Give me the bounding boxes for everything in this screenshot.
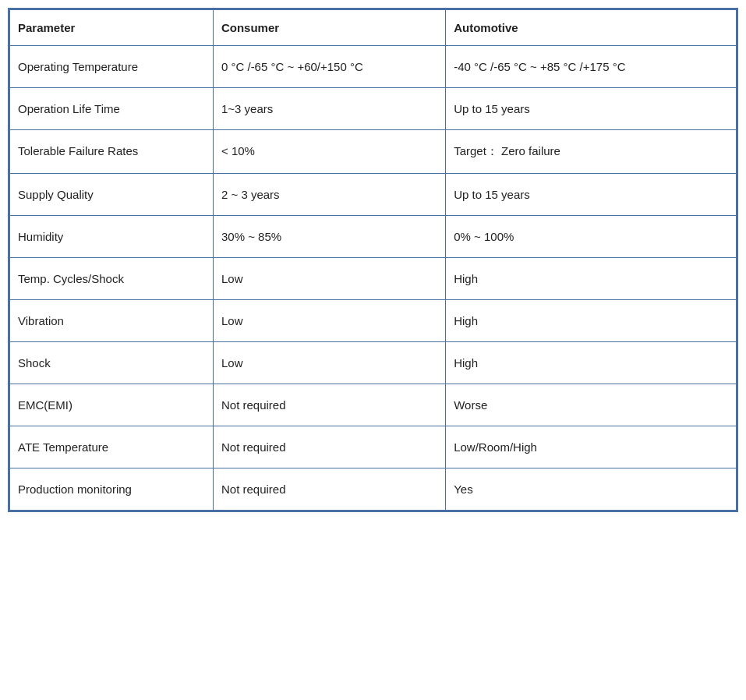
cell-parameter: Tolerable Failure Rates	[10, 130, 214, 174]
cell-automotive: High	[446, 342, 737, 384]
cell-consumer: Low	[213, 300, 445, 342]
cell-consumer: < 10%	[213, 130, 445, 174]
cell-parameter: Shock	[10, 342, 214, 384]
cell-consumer: 0 °C /-65 °C ~ +60/+150 °C	[213, 46, 445, 88]
cell-automotive: Worse	[446, 384, 737, 426]
cell-automotive: Target： Zero failure	[446, 130, 737, 174]
table-row: Supply Quality2 ~ 3 yearsUp to 15 years	[10, 174, 737, 216]
cell-consumer: 2 ~ 3 years	[213, 174, 445, 216]
table-header-row: Parameter Consumer Automotive	[10, 10, 737, 46]
header-automotive: Automotive	[446, 10, 737, 46]
header-parameter: Parameter	[10, 10, 214, 46]
cell-parameter: ATE Temperature	[10, 426, 214, 468]
cell-consumer: Low	[213, 342, 445, 384]
table-row: Operating Temperature0 °C /-65 °C ~ +60/…	[10, 46, 737, 88]
cell-parameter: Production monitoring	[10, 468, 214, 511]
cell-automotive: Up to 15 years	[446, 88, 737, 130]
table-row: Production monitoringNot requiredYes	[10, 468, 737, 511]
cell-consumer: Not required	[213, 468, 445, 511]
cell-consumer: Low	[213, 258, 445, 300]
table-row: VibrationLowHigh	[10, 300, 737, 342]
cell-automotive: 0% ~ 100%	[446, 216, 737, 258]
cell-parameter: Operating Temperature	[10, 46, 214, 88]
cell-automotive: High	[446, 258, 737, 300]
cell-automotive: Yes	[446, 468, 737, 511]
comparison-table: Parameter Consumer Automotive Operating …	[9, 9, 737, 511]
cell-consumer: 1~3 years	[213, 88, 445, 130]
table-row: Tolerable Failure Rates< 10%Target： Zero…	[10, 130, 737, 174]
cell-parameter: Supply Quality	[10, 174, 214, 216]
cell-parameter: Vibration	[10, 300, 214, 342]
cell-parameter: Humidity	[10, 216, 214, 258]
table-row: ATE TemperatureNot requiredLow/Room/High	[10, 426, 737, 468]
cell-consumer: 30% ~ 85%	[213, 216, 445, 258]
cell-parameter: Temp. Cycles/Shock	[10, 258, 214, 300]
comparison-table-wrapper: Parameter Consumer Automotive Operating …	[8, 8, 738, 512]
table-row: ShockLowHigh	[10, 342, 737, 384]
cell-consumer: Not required	[213, 384, 445, 426]
cell-automotive: Up to 15 years	[446, 174, 737, 216]
header-consumer: Consumer	[213, 10, 445, 46]
cell-automotive: High	[446, 300, 737, 342]
cell-consumer: Not required	[213, 426, 445, 468]
cell-parameter: EMC(EMI)	[10, 384, 214, 426]
table-row: EMC(EMI)Not requiredWorse	[10, 384, 737, 426]
cell-automotive: Low/Room/High	[446, 426, 737, 468]
table-row: Temp. Cycles/ShockLowHigh	[10, 258, 737, 300]
cell-automotive: -40 °C /-65 °C ~ +85 °C /+175 °C	[446, 46, 737, 88]
table-row: Humidity30% ~ 85%0% ~ 100%	[10, 216, 737, 258]
table-row: Operation Life Time1~3 yearsUp to 15 yea…	[10, 88, 737, 130]
cell-parameter: Operation Life Time	[10, 88, 214, 130]
